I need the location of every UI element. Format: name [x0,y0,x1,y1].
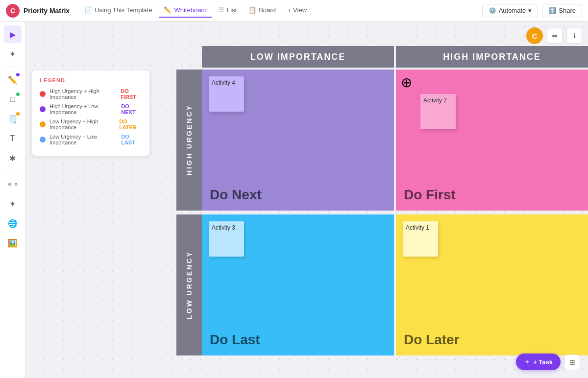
legend-text-later: Low Urgency + High Importance [49,118,113,130]
shape-dot [16,93,20,96]
logo-letter: C [10,7,15,15]
board-icon: 📋 [248,6,256,14]
legend-tag-last: DO LAST [121,134,142,145]
globe-tool[interactable]: 🌐 [4,214,22,232]
nav-actions: ⚙️ Automate ▾ ⬆️ Share [482,4,582,17]
template-icon: 📄 [84,6,92,14]
priority-matrix: LOW IMPORTANCE HIGH IMPORTANCE HIGH URGE… [176,46,588,369]
legend-title: LEGEND [40,77,142,83]
legend-tag-first: DO FIRST [121,88,142,100]
legend-tag-later: DO LATER [119,118,142,130]
task-icon: ＋ [524,357,530,366]
sticky-tool[interactable]: 🗒️ [4,110,22,128]
cell-do-next: Activity 4 Do Next [202,70,394,211]
whiteboard-icon: ✏️ [164,6,172,14]
avatar-letter: C [532,32,538,40]
col-header-high: HIGH IMPORTANCE [396,46,588,68]
left-toolbar: ▶ ✦ ✏️ □ 🗒️ T ✱ ⚬⚬ ✦ 🌐 🖼️ [0,22,25,378]
canvas-actions: C ⇔ ℹ [526,27,582,44]
legend-item-first: High Urgency + High Importance DO FIRST [40,88,142,100]
top-nav: C Priority Matrix 📄 Using This Template … [0,0,588,22]
shape-tool[interactable]: □ [4,91,22,108]
tab-template[interactable]: 📄 Using This Template [79,3,157,18]
app-logo: C [6,4,20,18]
warning-icon: ⊕ [401,74,412,91]
canvas-area: ▶ ✦ ✏️ □ 🗒️ T ✱ ⚬⚬ ✦ 🌐 🖼️ C ⇔ ℹ LEGEND [0,22,588,378]
col-header-low: LOW IMPORTANCE [202,46,394,68]
tab-template-label: Using This Template [95,6,152,14]
do-last-label: Do Last [210,332,260,348]
tab-whiteboard-label: Whiteboard [174,6,206,14]
task-fab[interactable]: ＋ + Task [516,354,561,370]
info-icon[interactable]: ℹ [566,28,582,44]
share-label: Share [559,7,576,14]
automate-label: Automate [499,7,526,14]
legend-text-last: Low Urgency + Low Importance [49,134,115,145]
tab-whiteboard[interactable]: ✏️ Whiteboard [159,3,211,18]
automate-chevron-icon: ▾ [528,7,532,14]
share-icon: ⬆️ [548,7,556,14]
legend-text-next: High Urgency + Low Importance [49,103,115,115]
automate-button[interactable]: ⚙️ Automate ▾ [482,4,539,17]
connect-tool[interactable]: ⚬⚬ [4,175,22,193]
tab-list[interactable]: ☰ List [214,3,242,18]
legend-tag-next: DO NEXT [121,103,142,115]
legend-item-last: Low Urgency + Low Importance DO LAST [40,134,142,145]
pen-dot [16,73,20,76]
app-name: Priority Matrix [24,7,70,15]
low-urgency-cells: Activity 3 Do Last Activity 1 Do Later [202,214,588,355]
cell-do-later: Activity 1 Do Later [396,214,588,355]
activity1-sticky[interactable]: Activity 1 [403,221,438,257]
row-low-urgency: LOW URGENCY Activity 3 Do Last Activity … [176,214,588,355]
matrix-body: HIGH URGENCY Activity 4 Do Next ⊕ Activi… [176,70,588,355]
sticky-dot [16,112,20,116]
cell-do-first: ⊕ Activity 2 Do First [396,70,588,211]
tab-add-view-label: + View [288,6,307,14]
ai-tool[interactable]: ✦ [4,195,22,213]
legend-item-later: Low Urgency + High Importance DO LATER [40,118,142,130]
pen-tool[interactable]: ✏️ [4,71,22,89]
text-tool[interactable]: T [4,130,22,147]
activity3-label: Activity 3 [212,224,235,231]
row-label-high: HIGH URGENCY [176,70,202,211]
legend-text-first: High Urgency + High Importance [49,88,115,100]
legend-box: LEGEND High Urgency + High Importance DO… [32,71,149,156]
legend-item-next: High Urgency + Low Importance DO NEXT [40,103,142,115]
legend-dot-yellow [40,121,46,127]
activity4-label: Activity 4 [212,79,235,86]
col-headers: LOW IMPORTANCE HIGH IMPORTANCE [202,46,588,68]
expand-icon[interactable]: ⇔ [547,28,563,44]
legend-dot-red [40,91,46,97]
activity4-sticky[interactable]: Activity 4 [209,76,244,112]
user-avatar: C [526,27,543,44]
magic-tool[interactable]: ✦ [4,45,22,63]
do-later-label: Do Later [404,332,460,348]
activity2-label: Activity 2 [423,97,447,104]
task-label: + Task [533,358,553,366]
legend-dot-blue [40,137,46,142]
row-high-urgency: HIGH URGENCY Activity 4 Do Next ⊕ Activi… [176,70,588,211]
do-next-label: Do Next [210,187,262,203]
legend-dot-purple [40,106,46,112]
automate-icon: ⚙️ [489,7,496,14]
tab-list-label: List [227,6,237,14]
tab-board-label: Board [259,6,276,14]
row-label-low: LOW URGENCY [176,214,202,355]
high-urgency-cells: Activity 4 Do Next ⊕ Activity 2 Do First [202,70,588,211]
list-icon: ☰ [219,6,224,14]
highlight-tool[interactable]: ✱ [4,149,22,167]
grid-view-button[interactable]: ⊞ [564,354,580,370]
cell-do-last: Activity 3 Do Last [202,214,394,355]
activity1-label: Activity 1 [406,224,429,231]
activity2-sticky[interactable]: Activity 2 [420,94,456,129]
image-tool[interactable]: 🖼️ [4,234,22,252]
cursor-tool[interactable]: ▶ [4,25,22,43]
tab-board[interactable]: 📋 Board [244,3,281,18]
activity3-sticky[interactable]: Activity 3 [209,221,244,257]
do-first-label: Do First [404,187,456,203]
share-button[interactable]: ⬆️ Share [542,4,582,17]
tab-add-view[interactable]: + View [283,3,312,18]
